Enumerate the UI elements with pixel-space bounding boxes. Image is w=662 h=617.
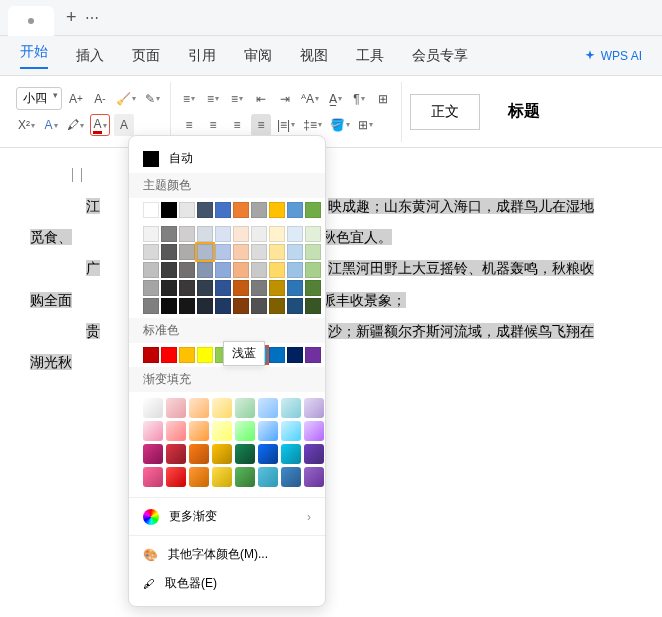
highlight-button[interactable]: 🖍▾ (65, 114, 86, 136)
color-swatch[interactable] (269, 298, 285, 314)
gradient-swatch[interactable] (281, 444, 301, 464)
borders-button[interactable]: ⊞▾ (356, 114, 376, 136)
increase-indent-button[interactable]: ⇥ (275, 88, 295, 110)
gradient-swatch[interactable] (166, 398, 186, 418)
line-spacing-button[interactable]: ‡≡▾ (301, 114, 324, 136)
color-swatch[interactable] (161, 244, 177, 260)
color-swatch[interactable] (179, 262, 195, 278)
color-swatch[interactable] (179, 280, 195, 296)
auto-color-option[interactable]: 自动 (129, 144, 325, 173)
gradient-swatch[interactable] (143, 467, 163, 487)
color-swatch[interactable] (179, 347, 195, 363)
decrease-indent-button[interactable]: ⇤ (251, 88, 271, 110)
color-swatch[interactable] (287, 347, 303, 363)
gradient-swatch[interactable] (143, 398, 163, 418)
color-swatch[interactable] (143, 262, 159, 278)
color-swatch[interactable] (179, 226, 195, 242)
document-tab[interactable] (8, 6, 54, 36)
sort-button[interactable]: ¶▾ (349, 88, 369, 110)
color-swatch[interactable] (143, 347, 159, 363)
gradient-swatch[interactable] (235, 398, 255, 418)
color-swatch[interactable] (269, 280, 285, 296)
gradient-swatch[interactable] (235, 421, 255, 441)
color-swatch[interactable] (305, 262, 321, 278)
color-swatch[interactable] (215, 298, 231, 314)
color-swatch[interactable] (197, 262, 213, 278)
more-tabs-button[interactable]: ⋯ (85, 10, 99, 26)
color-swatch[interactable] (305, 244, 321, 260)
style-normal-button[interactable]: 正文 (410, 94, 480, 130)
text-line-3[interactable]: 广江黑河田野上大豆摇铃、机器轰鸣，秋粮收 (30, 256, 632, 281)
color-swatch[interactable] (287, 226, 303, 242)
font-effects-button[interactable]: A▾ (41, 114, 61, 136)
color-swatch[interactable] (269, 244, 285, 260)
color-swatch[interactable] (197, 280, 213, 296)
other-color-option[interactable]: 🎨 其他字体颜色(M)... (129, 540, 325, 569)
gradient-swatch[interactable] (258, 421, 278, 441)
style-title-button[interactable]: 标题 (488, 93, 560, 130)
color-swatch[interactable] (161, 262, 177, 278)
more-gradient-option[interactable]: 更多渐变 › (129, 502, 325, 531)
gradient-swatch[interactable] (281, 421, 301, 441)
color-swatch[interactable] (161, 226, 177, 242)
text-line-4[interactable]: 购全面派丰收景象； (30, 288, 632, 313)
text-line-5[interactable]: 贵沙；新疆额尔齐斯河流域，成群候鸟飞翔在 (30, 319, 632, 344)
gradient-swatch[interactable] (281, 467, 301, 487)
color-swatch[interactable] (161, 280, 177, 296)
color-swatch[interactable] (197, 347, 213, 363)
color-swatch[interactable] (215, 244, 231, 260)
color-swatch[interactable] (197, 226, 213, 242)
gradient-swatch[interactable] (166, 444, 186, 464)
menu-vip[interactable]: 会员专享 (412, 47, 468, 65)
menu-review[interactable]: 审阅 (244, 47, 272, 65)
color-swatch[interactable] (179, 202, 195, 218)
color-swatch[interactable] (251, 298, 267, 314)
color-swatch[interactable] (305, 226, 321, 242)
color-swatch[interactable] (251, 226, 267, 242)
color-swatch[interactable] (161, 202, 177, 218)
color-swatch[interactable] (161, 298, 177, 314)
gradient-swatch[interactable] (258, 467, 278, 487)
color-swatch[interactable] (251, 280, 267, 296)
menu-reference[interactable]: 引用 (188, 47, 216, 65)
gradient-swatch[interactable] (189, 398, 209, 418)
char-border-button[interactable]: A̲▾ (325, 88, 345, 110)
color-swatch[interactable] (251, 262, 267, 278)
ruler-marker-left[interactable] (72, 168, 82, 182)
wps-ai-button[interactable]: WPS AI (583, 49, 642, 63)
gradient-swatch[interactable] (166, 421, 186, 441)
align-center-button[interactable]: ≡ (203, 114, 223, 136)
add-tab-button[interactable]: + (66, 7, 77, 28)
color-swatch[interactable] (143, 280, 159, 296)
gradient-swatch[interactable] (304, 398, 324, 418)
color-swatch[interactable] (143, 298, 159, 314)
menu-page[interactable]: 页面 (132, 47, 160, 65)
shrink-font-button[interactable]: A- (90, 88, 110, 110)
color-swatch[interactable] (179, 298, 195, 314)
color-swatch[interactable] (233, 262, 249, 278)
menu-start[interactable]: 开始 (20, 43, 48, 69)
color-swatch[interactable] (269, 262, 285, 278)
color-swatch[interactable] (269, 347, 285, 363)
gradient-swatch[interactable] (235, 444, 255, 464)
color-swatch[interactable] (143, 244, 159, 260)
color-swatch[interactable] (269, 226, 285, 242)
color-swatch[interactable] (197, 202, 213, 218)
gradient-swatch[interactable] (212, 444, 232, 464)
color-swatch[interactable] (305, 202, 321, 218)
grow-font-button[interactable]: A+ (66, 88, 86, 110)
text-line-2[interactable]: 觅食、秋色宜人。 (30, 225, 632, 250)
menu-view[interactable]: 视图 (300, 47, 328, 65)
phonetic-button[interactable]: ᴬA▾ (299, 88, 321, 110)
shading-button[interactable]: 🪣▾ (328, 114, 352, 136)
color-swatch[interactable] (287, 262, 303, 278)
color-swatch[interactable] (197, 298, 213, 314)
color-swatch[interactable] (305, 280, 321, 296)
char-shading-button[interactable]: A (114, 114, 134, 136)
gradient-swatch[interactable] (189, 467, 209, 487)
color-swatch[interactable] (233, 298, 249, 314)
number-list-button[interactable]: ≡▾ (203, 88, 223, 110)
color-swatch[interactable] (215, 280, 231, 296)
gradient-swatch[interactable] (304, 444, 324, 464)
gradient-swatch[interactable] (189, 444, 209, 464)
